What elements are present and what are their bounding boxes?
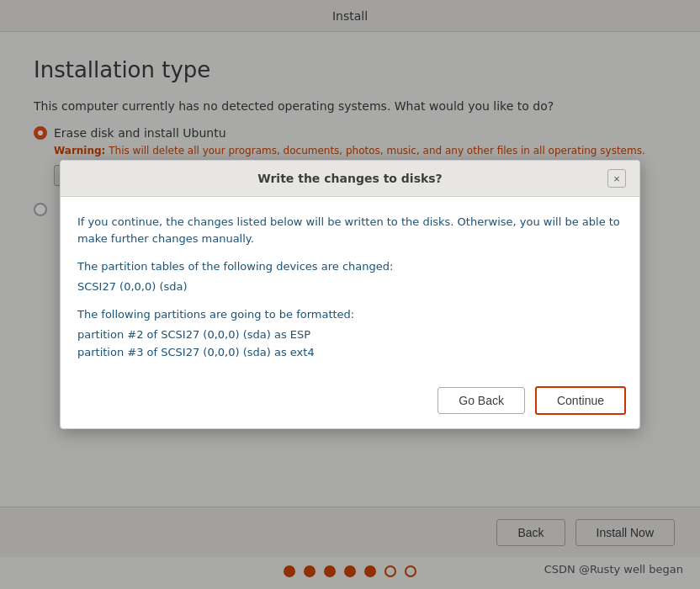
- modal-paragraph-1: If you continue, the changes listed belo…: [77, 214, 623, 247]
- modal-overlay: Write the changes to disks? × If you con…: [0, 0, 700, 589]
- modal-footer: Go Back Continue: [61, 376, 639, 428]
- modal-partitions-header: The following partitions are going to be…: [77, 306, 623, 323]
- modal-go-back-button[interactable]: Go Back: [438, 387, 525, 414]
- modal-header: Write the changes to disks? ×: [61, 161, 639, 197]
- modal-partition-1: partition #2 of SCSI27 (0,0,0) (sda) as …: [77, 326, 623, 343]
- modal-continue-button[interactable]: Continue: [535, 386, 626, 415]
- main-window: Install Installation type This computer …: [0, 0, 700, 589]
- modal-partition-tables-header: The partition tables of the following de…: [77, 258, 623, 275]
- modal-dialog: Write the changes to disks? × If you con…: [60, 160, 640, 429]
- modal-partition-2: partition #3 of SCSI27 (0,0,0) (sda) as …: [77, 344, 623, 361]
- modal-title: Write the changes to disks?: [93, 172, 607, 185]
- modal-close-button[interactable]: ×: [607, 169, 626, 188]
- modal-body: If you continue, the changes listed belo…: [61, 197, 639, 376]
- modal-device-name: SCSI27 (0,0,0) (sda): [77, 279, 623, 295]
